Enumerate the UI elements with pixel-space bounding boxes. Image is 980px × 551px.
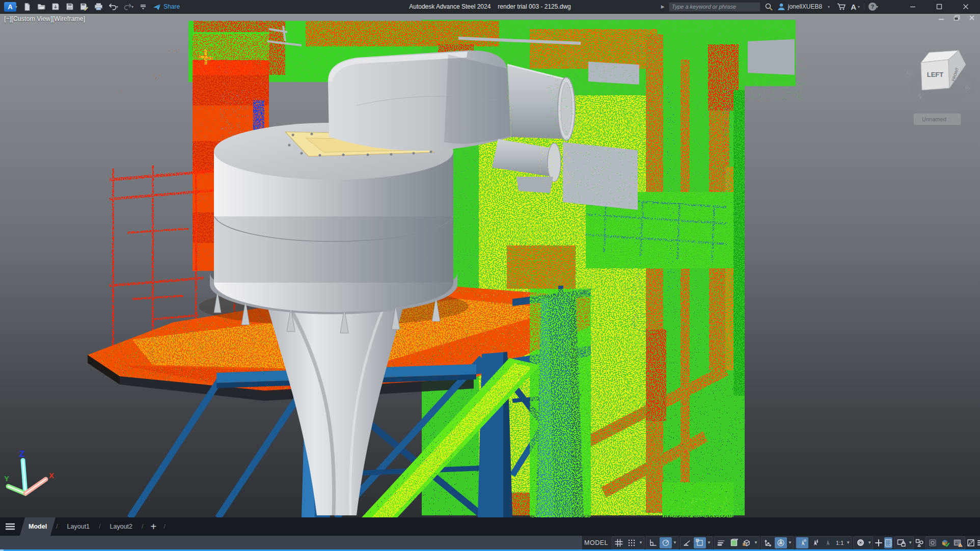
clean-screen-icon [967,539,975,547]
viewport-minimize-control[interactable]: [−] [4,15,11,22]
display-grid-button[interactable] [613,537,625,548]
transparency-button[interactable] [728,537,740,548]
username: jonellXUEB8 [788,3,822,10]
annotation-scale-value[interactable]: 1:1 [834,540,845,546]
app-menu-caret-icon: ▾ [15,5,17,9]
search-collapse-icon[interactable]: ▶ [661,4,665,9]
autodesk-logo-icon: A [4,2,16,12]
selection-cycling-button[interactable] [741,537,753,548]
snap-caret-icon[interactable]: ▼ [638,540,643,545]
share-label: Share [164,3,180,10]
save-as-button[interactable] [79,2,89,11]
maximize-button[interactable] [928,0,950,13]
open-folder-icon [37,3,46,11]
dynamic-ucs-button[interactable] [762,537,774,548]
annotation-autoscale-icon [811,539,819,547]
app-store-button[interactable]: A ▾ [851,3,860,11]
gizmo-caret-icon[interactable]: ▼ [787,540,793,545]
viewport-controls: [−] [Custom View] [Wireframe] [4,15,85,22]
scale-caret-icon[interactable]: ▼ [846,540,851,545]
customization-menu-button[interactable] [977,537,980,548]
gizmo-button[interactable] [775,537,787,548]
cart-icon[interactable] [837,3,847,11]
save-button[interactable] [65,2,74,11]
close-button[interactable] [955,0,977,13]
lineweight-icon [717,539,725,547]
qat-customize-button[interactable] [139,2,148,11]
layout-menu-button[interactable] [0,522,20,531]
search-input[interactable] [669,2,760,12]
undo-caret-icon[interactable]: ▾ [116,5,118,9]
tab-model[interactable]: Model [20,517,55,536]
titlebar-separator [864,3,864,10]
add-scales-button[interactable] [875,537,883,548]
account-button[interactable]: jonellXUEB8 ▾ [777,3,830,11]
redo-caret-icon[interactable]: ▾ [131,5,133,9]
help-button[interactable]: ? ▾ [868,3,878,11]
annotation-scale-button[interactable] [822,537,834,548]
workspace-caret-icon[interactable]: ▼ [867,540,872,545]
tab-layout2[interactable]: Layout2 [102,517,141,536]
isodraft-icon [683,539,691,547]
search-icon[interactable] [765,3,773,11]
app-menu-button[interactable]: A ▾ [4,2,17,12]
polar-caret-icon[interactable]: ▼ [672,540,677,545]
tab-separator: / [99,523,100,530]
share-plane-icon [153,3,161,11]
plot-button[interactable] [94,2,103,11]
undo-button[interactable]: ▾ [108,3,118,11]
customization-hamburger-icon [977,539,980,547]
object-snap-button[interactable] [694,537,706,548]
ortho-mode-button[interactable] [647,537,659,548]
image-frame-warning-button[interactable] [952,537,964,548]
viewcube-view-name[interactable]: Unnamed ▽ [914,114,961,125]
open-button[interactable] [37,2,46,11]
graphics-performance-button[interactable] [927,537,939,548]
clean-screen-button[interactable] [967,537,975,548]
isometric-drafting-button[interactable] [681,537,693,548]
new-button[interactable] [22,2,32,11]
polar-tracking-button[interactable] [660,537,672,548]
model-space-button[interactable]: MODEL [584,539,608,546]
cycling-caret-icon[interactable]: ▼ [753,540,758,545]
lineweight-button[interactable] [715,537,727,548]
isolate-objects-button[interactable] [915,537,924,548]
title-bar: A ▾ ▾ ▾ Share Autodesk Adv [0,0,980,14]
workspace-switching-button[interactable] [854,537,866,548]
command-line[interactable] [0,536,583,549]
app-store-icon: A [851,3,856,11]
redo-button[interactable]: ▾ [123,3,133,11]
graphics-performance-icon [929,539,937,547]
display-group: ▼ [714,536,759,549]
document-name: render trial 003 - 2125.dwg [498,3,570,10]
osnap-caret-icon[interactable]: ▼ [706,540,712,545]
tab-layout1[interactable]: Layout1 [59,517,98,536]
quick-access-toolbar: A ▾ ▾ ▾ Share [0,2,180,12]
quick-properties-button[interactable] [884,537,892,548]
tab-separator: / [56,523,58,530]
dynamic-ucs-icon [764,539,772,547]
app-name: Autodesk Advance Steel 2024 [409,3,491,10]
annotation-autoscale-button[interactable] [809,537,821,548]
point-cloud-status-button[interactable] [939,537,951,548]
annotation-visibility-button[interactable] [796,537,808,548]
model-viewport[interactable]: Z Y X E N S LEFT FRONT [−] [Custom View]… [0,13,980,518]
minimize-button[interactable] [902,0,924,13]
viewport-visual-style-control[interactable]: [Wireframe] [52,15,86,22]
drawing-window-buttons [937,15,976,22]
new-layout-button[interactable]: + [145,521,163,533]
save-as-icon [80,3,89,11]
share-button[interactable]: Share [153,3,180,11]
drawing-minimize-button[interactable] [937,15,945,22]
viewport-view-control[interactable]: [Custom View] [11,15,52,22]
snap-mode-button[interactable] [625,537,638,548]
lock-ui-button[interactable] [895,537,907,548]
open-web-mobile-button[interactable] [51,2,60,11]
cloud-over-duct [540,54,649,217]
view-name-label: Unnamed [922,116,946,122]
ortho-polar-group: ▼ [646,536,678,549]
drawing-restore-button[interactable] [952,15,961,22]
lockui-caret-icon[interactable]: ▼ [908,540,913,545]
drawing-close-button[interactable] [968,15,976,22]
user-icon [777,3,785,11]
